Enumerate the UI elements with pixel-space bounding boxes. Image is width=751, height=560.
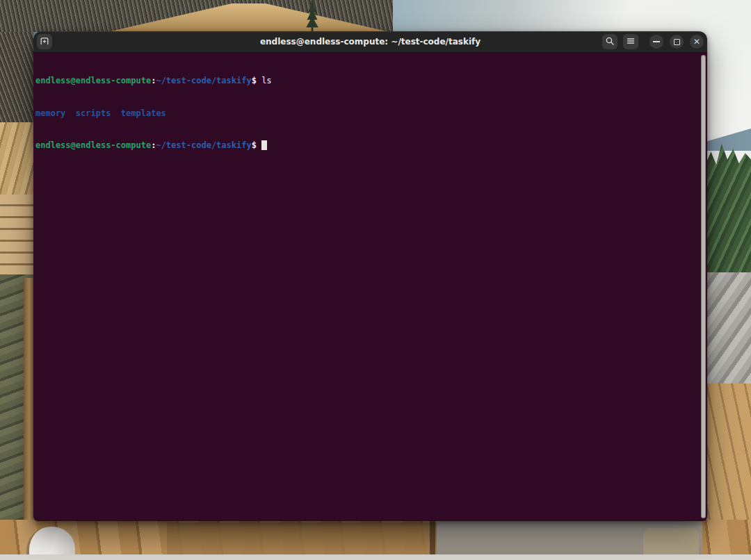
- prompt-user-host: endless@endless-compute: [35, 140, 151, 150]
- wallpaper-forest: [706, 144, 751, 274]
- prompt-symbol: $: [252, 140, 261, 150]
- search-icon: [605, 35, 615, 49]
- terminal-prompt-line: endless@endless-compute:~/test-code/task…: [35, 140, 697, 151]
- terminal-window: endless@endless-compute: ~/test-code/tas…: [33, 31, 707, 521]
- wallpaper-right-sky: [706, 32, 751, 136]
- minimize-icon: [653, 41, 660, 42]
- wallpaper-left-twigs: [0, 32, 33, 122]
- minimize-button[interactable]: [649, 35, 663, 49]
- terminal-output: endless@endless-compute:~/test-code/task…: [35, 54, 697, 173]
- new-tab-button[interactable]: [37, 34, 52, 49]
- terminal-cursor: [261, 140, 267, 150]
- wallpaper-left-planks: [0, 195, 33, 274]
- prompt-symbol: $: [252, 76, 261, 85]
- menu-icon: [626, 35, 636, 49]
- wallpaper-floor-edge: [0, 554, 751, 560]
- wallpaper-left-shingles: [0, 122, 33, 195]
- maximize-button[interactable]: [670, 35, 684, 49]
- directory-list: memory scripts templates: [35, 108, 166, 118]
- wallpaper-left-post: [24, 278, 33, 560]
- close-icon: ✕: [693, 38, 700, 46]
- maximize-icon: [674, 39, 680, 45]
- wallpaper-scree-rocks: [706, 272, 751, 385]
- terminal-prompt-line: endless@endless-compute:~/test-code/task…: [35, 76, 697, 87]
- terminal-screen[interactable]: endless@endless-compute:~/test-code/task…: [33, 52, 707, 521]
- prompt-path: ~/test-code/taskify: [156, 140, 251, 150]
- prompt-path: ~/test-code/taskify: [156, 76, 251, 85]
- prompt-user-host: endless@endless-compute: [35, 76, 151, 85]
- search-button[interactable]: [602, 34, 617, 49]
- typed-command: ls: [261, 76, 271, 85]
- close-button[interactable]: ✕: [690, 35, 704, 49]
- new-tab-icon: [40, 35, 49, 49]
- titlebar[interactable]: endless@endless-compute: ~/test-code/tas…: [33, 31, 707, 52]
- terminal-scrollbar[interactable]: [701, 55, 706, 518]
- menu-button[interactable]: [623, 34, 638, 49]
- ls-output-line: memory scripts templates: [35, 108, 697, 120]
